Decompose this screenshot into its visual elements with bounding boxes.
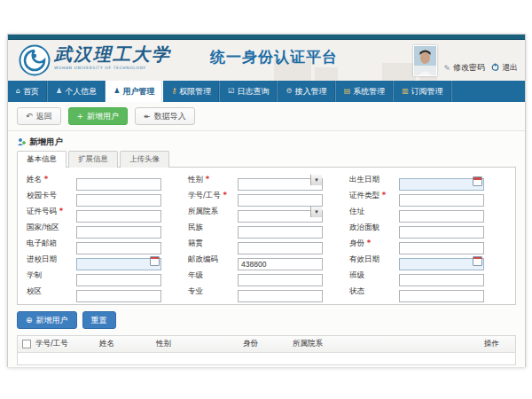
form-field-native-place: 籍贯: [188, 238, 323, 250]
postal-code-value[interactable]: [238, 258, 323, 270]
tab-upload-avatar[interactable]: 上传头像: [120, 151, 169, 168]
campus-input[interactable]: [76, 286, 161, 298]
name-input[interactable]: [76, 174, 161, 186]
study-length-input[interactable]: [76, 270, 161, 282]
study-length-value[interactable]: [76, 274, 161, 286]
field-label: 状态: [349, 286, 399, 297]
nav-tab-home[interactable]: ⌂首页: [8, 81, 48, 102]
political-status-value[interactable]: [399, 226, 484, 239]
add-user-icon: [17, 137, 26, 148]
add-user-button[interactable]: +新增用户: [68, 107, 129, 125]
class-input[interactable]: [399, 270, 484, 282]
calendar-icon[interactable]: [473, 176, 482, 186]
nav-tab-profile[interactable]: ♟个人信息: [48, 81, 106, 102]
app-window: 武汉理工大学 WUHAN UNIVERSITY OF TECHNOLOGY 统一…: [7, 34, 526, 367]
valid-date-date-input[interactable]: [399, 254, 484, 266]
data-import-button[interactable]: ↞数据导入: [135, 107, 195, 125]
field-label: 民族: [188, 223, 238, 233]
class-value[interactable]: [399, 274, 484, 286]
email-value[interactable]: [76, 242, 161, 254]
field-label: 政治面貌: [349, 223, 399, 233]
tab-extended-info[interactable]: 扩展信息: [68, 151, 118, 168]
section-title: 新增用户: [29, 137, 63, 148]
name-value[interactable]: [76, 178, 161, 191]
dropdown-arrow-icon[interactable]: ▾: [310, 175, 322, 185]
form-field-identity: 身份 *: [349, 238, 484, 250]
field-label: 性别 *: [188, 175, 238, 185]
field-label: 所属院系: [188, 207, 238, 217]
student-id-value[interactable]: [238, 194, 323, 207]
student-id-input[interactable]: [238, 190, 323, 202]
nav-tab-log-query[interactable]: ☑日志查询: [220, 81, 278, 102]
birth-date-value[interactable]: [399, 178, 484, 191]
person-icon: ♟: [56, 88, 62, 95]
form-field-id-number: 证件号码 *: [27, 206, 161, 218]
nav-tab-system-mgmt[interactable]: ▤系统管理: [336, 81, 395, 102]
id-number-input[interactable]: [76, 206, 161, 218]
grade-input[interactable]: [238, 270, 323, 282]
nav-tab-label: 系统管理: [353, 86, 385, 98]
nav-tab-label: 订阅管理: [411, 86, 443, 98]
field-label: 邮政编码: [188, 254, 238, 265]
tab-basic-info[interactable]: 基本信息: [17, 151, 66, 168]
address-value[interactable]: [399, 210, 484, 223]
field-label: 证件号码 *: [27, 207, 76, 217]
dropdown-arrow-icon[interactable]: ▾: [310, 207, 322, 217]
calendar-icon[interactable]: [473, 256, 482, 266]
logout-link[interactable]: 退出: [491, 62, 518, 74]
nav-tab-subscription-mgmt[interactable]: ▥订阅管理: [394, 81, 452, 102]
identity-input[interactable]: [399, 238, 484, 250]
user-icon: ♟: [113, 88, 120, 95]
identity-value[interactable]: [399, 242, 484, 254]
id-number-value[interactable]: [76, 210, 161, 223]
status-value[interactable]: [399, 290, 484, 302]
status-input[interactable]: [399, 286, 484, 298]
ethnicity-value[interactable]: [238, 226, 323, 239]
pencil-icon: ✎: [443, 64, 450, 73]
address-input[interactable]: [399, 206, 484, 218]
select-all-checkbox[interactable]: [22, 340, 31, 348]
ethnicity-input[interactable]: [238, 222, 323, 234]
campus-card-value[interactable]: [76, 194, 161, 207]
valid-date-value[interactable]: [399, 258, 484, 270]
native-place-input[interactable]: [238, 238, 323, 250]
header: 武汉理工大学 WUHAN UNIVERSITY OF TECHNOLOGY 统一…: [8, 40, 525, 81]
change-password-link[interactable]: ✎ 修改密码: [443, 62, 485, 74]
button-label: 重置: [91, 315, 107, 326]
campus-value[interactable]: [76, 290, 161, 302]
back-button[interactable]: ↶返回: [17, 107, 61, 125]
id-type-value[interactable]: [399, 194, 484, 207]
user-avatar[interactable]: [413, 45, 437, 76]
button-label: 新增用户: [87, 111, 119, 122]
field-label: 班级: [349, 270, 399, 281]
nav-tab-access-mgmt[interactable]: ⚙接入管理: [278, 81, 335, 102]
submit-add-user-button[interactable]: ⊕新增用户: [17, 311, 77, 329]
major-input[interactable]: [238, 286, 323, 298]
postal-code-input[interactable]: [238, 254, 323, 266]
field-label: 国家/地区: [27, 223, 76, 233]
grade-value[interactable]: [238, 274, 323, 286]
country-region-value[interactable]: [76, 226, 161, 239]
native-place-value[interactable]: [238, 242, 323, 254]
power-icon: [491, 63, 499, 73]
form-field-status: 状态: [349, 286, 484, 298]
nav-tab-user-mgmt[interactable]: ♟用户管理: [106, 81, 163, 102]
field-label: 住址: [349, 207, 399, 217]
gender-select[interactable]: ▾: [238, 174, 323, 186]
birth-date-date-input[interactable]: [399, 174, 484, 186]
major-value[interactable]: [238, 290, 323, 302]
form-panel: 姓名 *性别 *▾出生日期校园卡号学号/工号 *证件类型 *证件号码 *所属院系…: [17, 167, 516, 305]
campus-card-input[interactable]: [76, 190, 161, 202]
id-type-input[interactable]: [399, 190, 484, 202]
reset-button[interactable]: 重置: [82, 311, 116, 329]
country-region-input[interactable]: [76, 222, 161, 234]
political-status-input[interactable]: [399, 222, 484, 234]
form-field-valid-date: 有效日期: [349, 254, 484, 266]
form-field-student-id: 学号/工号 *: [188, 190, 323, 202]
nav-tab-permission-mgmt[interactable]: ⚷权限管理: [163, 81, 220, 102]
enroll-date-date-input[interactable]: [76, 254, 161, 266]
calendar-icon[interactable]: [150, 256, 160, 266]
email-input[interactable]: [76, 238, 161, 250]
enroll-date-value[interactable]: [76, 258, 161, 270]
department-select[interactable]: ▾: [238, 206, 323, 218]
